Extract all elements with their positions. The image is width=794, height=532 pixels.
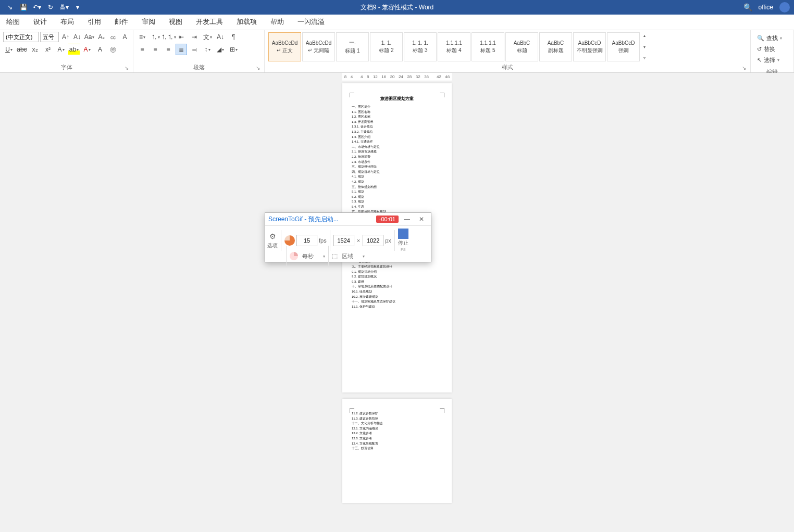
style-item[interactable]: AaBbCcD强调 <box>607 32 640 61</box>
style-item[interactable]: 1.1.1.1标题 5 <box>472 32 504 61</box>
stg-width-input[interactable] <box>333 235 354 246</box>
line-spacing-icon[interactable]: ↕ <box>202 44 213 55</box>
stop-icon <box>398 229 408 239</box>
tab-layout[interactable]: 布局 <box>58 14 76 30</box>
doc-line: 12.4. 文化景观配置 <box>352 441 442 447</box>
screentogif-window[interactable]: ScreenToGif - 预先启动... -00:01 — ✕ ⚙ 选项 fp… <box>265 212 431 262</box>
char-border-icon[interactable]: A <box>120 31 130 43</box>
doc-line: 1.4. 图区介绍 <box>352 135 442 140</box>
align-left-icon[interactable]: ≡ <box>137 44 148 55</box>
paragraph-launcher-icon[interactable]: ↘ <box>255 65 261 71</box>
text-effects-icon[interactable]: A <box>55 44 67 55</box>
highlight-icon[interactable]: ab <box>68 44 80 55</box>
styles-scroll[interactable]: ▴▾▿ <box>640 31 649 62</box>
chevron-up-icon[interactable]: ▴ <box>640 33 649 38</box>
style-item[interactable]: 一.标题 1 <box>336 32 369 61</box>
office-label[interactable]: office <box>759 4 773 11</box>
stg-options-button[interactable]: ⚙ 选项 <box>267 231 278 249</box>
distributed-icon[interactable]: ⫤ <box>189 44 200 55</box>
stg-titlebar[interactable]: ScreenToGif - 预先启动... -00:01 — ✕ <box>265 213 431 225</box>
borders-icon[interactable]: ⊞ <box>228 44 239 55</box>
font-color-icon[interactable]: A <box>81 44 93 55</box>
tab-references[interactable]: 引用 <box>85 14 103 30</box>
autosave-icon[interactable]: ↘ <box>4 2 16 13</box>
styles-launcher-icon[interactable]: ↘ <box>741 65 747 71</box>
more-icon[interactable]: ▿ <box>640 56 649 60</box>
font-name-combo[interactable]: (中文正文) <box>3 32 39 42</box>
stg-persec-label[interactable]: 每秒 <box>302 252 314 260</box>
tab-view[interactable]: 视图 <box>167 14 184 30</box>
replace-button[interactable]: ↺替换 <box>756 44 788 54</box>
numbering-icon[interactable]: ⒈ <box>150 31 161 43</box>
separator <box>394 230 395 251</box>
phonetic-icon[interactable]: ㏄ <box>108 31 118 43</box>
font-size-combo[interactable]: 五号 <box>40 32 59 42</box>
find-button[interactable]: 🔍查找▾ <box>756 33 788 43</box>
tab-developer[interactable]: 开发工具 <box>194 14 225 30</box>
increase-font-icon[interactable]: A↑ <box>60 31 70 43</box>
style-item[interactable]: AaBbC标题 <box>505 32 538 61</box>
tab-mailings[interactable]: 邮件 <box>113 14 130 30</box>
chinese-layout-icon[interactable]: 文 <box>202 31 213 43</box>
style-item[interactable]: AaBbCcDd↵ 正文 <box>268 32 301 61</box>
sort-icon[interactable]: A↓ <box>215 31 226 43</box>
undo-icon[interactable]: ↶▾ <box>31 2 43 13</box>
stg-stop-button[interactable]: 停止 F8 <box>398 229 408 252</box>
superscript-icon[interactable]: x² <box>42 44 54 55</box>
stg-fps-input[interactable] <box>296 235 317 246</box>
avatar[interactable] <box>779 2 790 12</box>
subscript-icon[interactable]: x₂ <box>29 44 41 55</box>
stg-region-label[interactable]: 区域 <box>342 252 353 260</box>
print-icon[interactable]: 🖶▾ <box>58 2 70 13</box>
horizontal-ruler[interactable]: 8448121620242832364246 <box>342 73 452 81</box>
document-area[interactable]: 8448121620242832364246 旅游图区规划方案 一、图区简介1.… <box>0 73 794 532</box>
decrease-font-icon[interactable]: A↓ <box>72 31 82 43</box>
underline-icon[interactable]: U <box>3 44 15 55</box>
select-button[interactable]: ↖选择▾ <box>756 55 788 65</box>
qat-more-icon[interactable]: ▾ <box>72 2 83 13</box>
multilevel-icon[interactable]: ⒈⒈ <box>163 31 174 43</box>
decrease-indent-icon[interactable]: ⇤ <box>176 31 187 43</box>
bullets-icon[interactable]: ≡ <box>137 31 148 43</box>
font-launcher-icon[interactable]: ↘ <box>123 65 130 71</box>
doc-line: 1.4.1. 交通条件 <box>352 140 442 145</box>
enclose-char-icon[interactable]: ㊕ <box>107 44 119 55</box>
char-shading-icon[interactable]: A <box>94 44 106 55</box>
doc-line: 9.3. 建设 <box>352 280 442 285</box>
doc-line: 十二、文化分析与整合 <box>352 421 442 426</box>
redo-icon[interactable]: ↻ <box>45 2 56 13</box>
save-icon[interactable]: 💾 <box>18 2 29 13</box>
clear-format-icon[interactable]: Aₓ <box>96 31 106 43</box>
chevron-down-icon[interactable]: ▾ <box>640 45 649 49</box>
style-item[interactable]: AaBbCcD不明显强调 <box>573 32 606 61</box>
shading-icon[interactable]: ◢ <box>215 44 226 55</box>
tab-review[interactable]: 审阅 <box>140 14 157 30</box>
align-center-icon[interactable]: ≡ <box>150 44 161 55</box>
tab-help[interactable]: 帮助 <box>268 14 286 30</box>
style-name: ↵ 无间隔 <box>308 47 329 54</box>
doc-line: 1.3. 开发商资料 <box>352 120 442 125</box>
strikethrough-icon[interactable]: abc <box>16 44 28 55</box>
change-case-icon[interactable]: Aa <box>84 31 95 43</box>
style-item[interactable]: 1.1.1.1标题 4 <box>438 32 470 61</box>
increase-indent-icon[interactable]: ⇥ <box>189 31 200 43</box>
tab-custom[interactable]: 一闪流溢 <box>295 14 327 30</box>
justify-icon[interactable]: ≣ <box>176 44 187 55</box>
style-item[interactable]: 1. 1. 1.标题 3 <box>404 32 437 61</box>
show-marks-icon[interactable]: ¶ <box>228 31 239 43</box>
align-right-icon[interactable]: ≡ <box>163 44 174 55</box>
minimize-icon[interactable]: — <box>401 216 413 223</box>
search-icon[interactable]: 🔍 <box>743 3 752 11</box>
style-item[interactable]: AaBbCcDd↵ 无间隔 <box>302 32 335 61</box>
tab-addins[interactable]: 加载项 <box>234 14 259 30</box>
page-2[interactable]: 11.2. 建议参数保护11.3. 建议参数指标十二、文化分析与整合12.1. … <box>342 399 452 503</box>
style-item[interactable]: AaBbC副标题 <box>539 32 572 61</box>
chevron-down-icon[interactable]: ▾ <box>363 254 365 259</box>
chevron-down-icon[interactable]: ▾ <box>323 254 325 259</box>
tab-drawing[interactable]: 绘图 <box>4 14 22 30</box>
close-icon[interactable]: ✕ <box>415 216 428 223</box>
style-item[interactable]: 1. 1.标题 2 <box>370 32 403 61</box>
stg-height-input[interactable] <box>363 235 383 246</box>
tab-design[interactable]: 设计 <box>31 14 49 30</box>
stg-size-section: × px <box>333 235 391 246</box>
